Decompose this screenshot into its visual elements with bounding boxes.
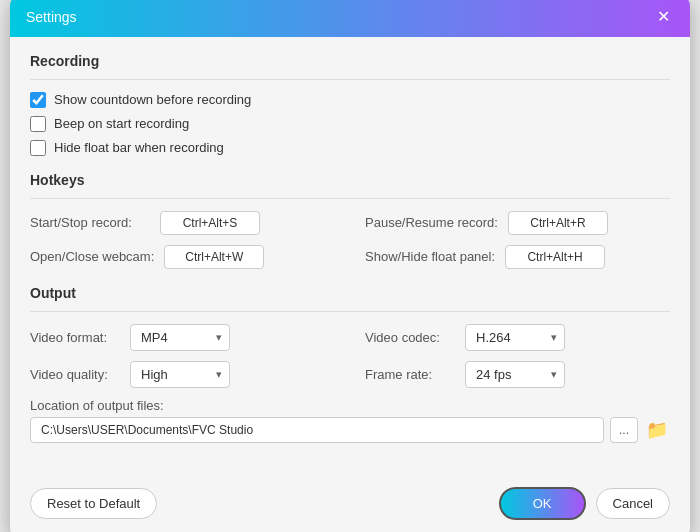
framerate-label: Frame rate: — [365, 367, 455, 382]
format-label: Video format: — [30, 330, 120, 345]
location-label: Location of output files: — [30, 398, 670, 413]
hotkeys-section-title: Hotkeys — [30, 172, 670, 188]
dialog-content: Recording Show countdown before recordin… — [10, 37, 690, 475]
webcam-label: Open/Close webcam: — [30, 249, 154, 264]
output-row-format: Video format: MP4 AVI MOV MKV ▾ — [30, 324, 335, 351]
hotkey-row-floatpanel: Show/Hide float panel: — [365, 245, 670, 269]
title-bar: Settings ✕ — [10, 0, 690, 37]
output-row-framerate: Frame rate: 24 fps 30 fps 60 fps ▾ — [365, 361, 670, 388]
output-row-quality: Video quality: High Medium Low ▾ — [30, 361, 335, 388]
output-divider — [30, 311, 670, 312]
checkbox-row-3: Hide float bar when recording — [30, 140, 670, 156]
settings-dialog: Settings ✕ Recording Show countdown befo… — [10, 0, 690, 532]
hotkeys-section: Hotkeys Start/Stop record: Pause/Resume … — [30, 172, 670, 269]
dialog-footer: Reset to Default OK Cancel — [10, 475, 690, 533]
recording-section-title: Recording — [30, 53, 670, 69]
framerate-select[interactable]: 24 fps 30 fps 60 fps — [465, 361, 565, 388]
hotkey-row-webcam: Open/Close webcam: — [30, 245, 335, 269]
webcam-input[interactable] — [164, 245, 264, 269]
footer-right: OK Cancel — [499, 487, 670, 520]
location-input[interactable] — [30, 417, 604, 443]
location-input-row: ... 📁 — [30, 417, 670, 443]
hotkey-row-pauseresume: Pause/Resume record: — [365, 211, 670, 235]
recording-divider — [30, 79, 670, 80]
checkbox-row-2: Beep on start recording — [30, 116, 670, 132]
close-button[interactable]: ✕ — [653, 7, 674, 27]
cancel-button[interactable]: Cancel — [596, 488, 670, 519]
output-section-title: Output — [30, 285, 670, 301]
output-section: Output Video format: MP4 AVI MOV MKV ▾ — [30, 285, 670, 443]
framerate-select-wrapper: 24 fps 30 fps 60 fps ▾ — [465, 361, 565, 388]
hotkey-row-startstop: Start/Stop record: — [30, 211, 335, 235]
dialog-title: Settings — [26, 9, 77, 25]
floatbar-label[interactable]: Hide float bar when recording — [54, 140, 224, 155]
startstop-label: Start/Stop record: — [30, 215, 150, 230]
quality-label: Video quality: — [30, 367, 120, 382]
folder-button[interactable]: 📁 — [644, 419, 670, 441]
pauseresume-input[interactable] — [508, 211, 608, 235]
beep-label[interactable]: Beep on start recording — [54, 116, 189, 131]
reset-button[interactable]: Reset to Default — [30, 488, 157, 519]
recording-section: Recording Show countdown before recordin… — [30, 53, 670, 156]
ok-button[interactable]: OK — [499, 487, 586, 520]
checkbox-row-1: Show countdown before recording — [30, 92, 670, 108]
format-select[interactable]: MP4 AVI MOV MKV — [130, 324, 230, 351]
codec-select-wrapper: H.264 H.265 VP9 ▾ — [465, 324, 565, 351]
dots-button[interactable]: ... — [610, 417, 638, 443]
output-grid: Video format: MP4 AVI MOV MKV ▾ Video co… — [30, 324, 670, 388]
hotkeys-divider — [30, 198, 670, 199]
location-row: Location of output files: ... 📁 — [30, 398, 670, 443]
codec-label: Video codec: — [365, 330, 455, 345]
pauseresume-label: Pause/Resume record: — [365, 215, 498, 230]
codec-select[interactable]: H.264 H.265 VP9 — [465, 324, 565, 351]
countdown-checkbox[interactable] — [30, 92, 46, 108]
countdown-label[interactable]: Show countdown before recording — [54, 92, 251, 107]
floatpanel-input[interactable] — [505, 245, 605, 269]
floatbar-checkbox[interactable] — [30, 140, 46, 156]
hotkeys-grid: Start/Stop record: Pause/Resume record: … — [30, 211, 670, 269]
startstop-input[interactable] — [160, 211, 260, 235]
quality-select[interactable]: High Medium Low — [130, 361, 230, 388]
beep-checkbox[interactable] — [30, 116, 46, 132]
output-row-codec: Video codec: H.264 H.265 VP9 ▾ — [365, 324, 670, 351]
quality-select-wrapper: High Medium Low ▾ — [130, 361, 230, 388]
format-select-wrapper: MP4 AVI MOV MKV ▾ — [130, 324, 230, 351]
floatpanel-label: Show/Hide float panel: — [365, 249, 495, 264]
